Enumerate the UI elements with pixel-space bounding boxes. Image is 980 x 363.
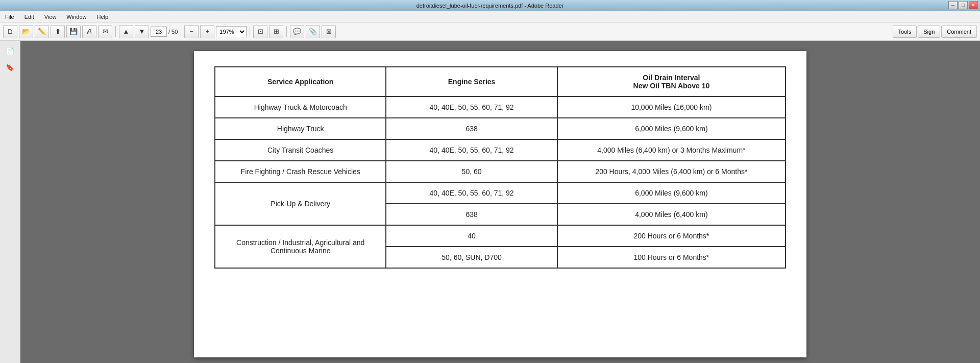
maximize-button[interactable]: □ — [959, 1, 968, 9]
new-button[interactable]: 🗋 — [3, 25, 17, 38]
page-input[interactable] — [151, 27, 167, 37]
menu-window[interactable]: Window — [63, 13, 89, 21]
service-cell: Highway Truck & Motorcoach — [215, 96, 386, 118]
next-page-button[interactable]: ▼ — [135, 25, 149, 38]
page-nav: / 50 — [151, 27, 178, 37]
oil-drain-cell: 4,000 Miles (6,400 km) — [557, 204, 786, 225]
open-button[interactable]: 📂 — [19, 25, 33, 38]
engine-cell: 40, 40E, 50, 55, 60, 71, 92 — [386, 96, 557, 118]
service-cell: Pick-Up & Delivery — [215, 182, 386, 225]
service-cell: Highway Truck — [215, 118, 386, 139]
toolbar: 🗋 📂 ✏️ ⬆ 💾 🖨 ✉ ▲ ▼ / 50 − + 197% ⊡ ⊞ 💬 📎… — [0, 22, 980, 41]
separator-4 — [286, 26, 287, 37]
oil-drain-cell: 6,000 Miles (9,600 km) — [557, 118, 786, 139]
oil-drain-cell: 4,000 Miles (6,400 km) or 3 Months Maxim… — [557, 139, 786, 161]
engine-cell: 638 — [386, 118, 557, 139]
table-row: Fire Fighting / Crash Rescue Vehicles 50… — [215, 161, 786, 182]
table-row: Highway Truck & Motorcoach 40, 40E, 50, … — [215, 96, 786, 118]
menu-view[interactable]: View — [41, 13, 60, 21]
pages-icon[interactable]: 📄 — [3, 44, 17, 58]
fit-page-button[interactable]: ⊡ — [253, 25, 267, 38]
service-cell: Fire Fighting / Crash Rescue Vehicles — [215, 161, 386, 182]
header-service: Service Application — [215, 67, 386, 96]
edit-button[interactable]: ✏️ — [35, 25, 49, 38]
header-oil-drain: Oil Drain Interval New Oil TBN Above 10 — [557, 67, 786, 96]
page-separator: / — [168, 29, 170, 35]
engine-cell: 40, 40E, 50, 55, 60, 71, 92 — [386, 182, 557, 204]
table-row: Pick-Up & Delivery 40, 40E, 50, 55, 60, … — [215, 182, 786, 204]
zoom-out-button[interactable]: − — [184, 25, 199, 38]
pdf-page: Service Application Engine Series Oil Dr… — [194, 51, 806, 357]
title-bar: detroitdiesel_lube-oil-fuel-requirements… — [0, 0, 980, 11]
print-button[interactable]: 🖨 — [82, 25, 96, 38]
zoom-in-button[interactable]: + — [200, 25, 214, 38]
engine-cell: 40, 40E, 50, 55, 60, 71, 92 — [386, 139, 557, 161]
close-button[interactable]: ✕ — [969, 1, 978, 9]
service-cell: City Transit Coaches — [215, 139, 386, 161]
fit-width-button[interactable]: ⊞ — [269, 25, 283, 38]
toolbar-right: Tools Sign Comment — [893, 26, 977, 38]
header-oil-line1: Oil Drain Interval — [643, 74, 700, 82]
oil-drain-cell: 100 Hours or 6 Months* — [557, 247, 786, 268]
tools-button[interactable]: Tools — [893, 26, 917, 38]
attach-button[interactable]: 📎 — [306, 25, 320, 38]
minimize-button[interactable]: ─ — [948, 1, 958, 9]
table-row: City Transit Coaches 40, 40E, 50, 55, 60… — [215, 139, 786, 161]
menu-file[interactable]: File — [2, 13, 17, 21]
menu-help[interactable]: Help — [93, 13, 111, 21]
snapshot-button[interactable]: ⊠ — [322, 25, 336, 38]
header-engine: Engine Series — [386, 67, 557, 96]
prev-page-button[interactable]: ▲ — [119, 25, 133, 38]
zoom-select[interactable]: 197% — [216, 26, 247, 37]
engine-cell: 638 — [386, 204, 557, 225]
service-cell: Construction / Industrial, Agricultural … — [215, 225, 386, 268]
table-row: Construction / Industrial, Agricultural … — [215, 225, 786, 247]
menu-bar: File Edit View Window Help — [0, 11, 980, 22]
engine-cell: 50, 60, SUN, D700 — [386, 247, 557, 268]
table-row: Highway Truck 638 6,000 Miles (9,600 km) — [215, 118, 786, 139]
save-button[interactable]: 💾 — [66, 25, 81, 38]
window-controls: ─ □ ✕ — [948, 1, 978, 9]
menu-edit[interactable]: Edit — [21, 13, 37, 21]
email-button[interactable]: ✉ — [98, 25, 112, 38]
bookmarks-icon[interactable]: 🔖 — [3, 60, 17, 75]
title-bar-text: detroitdiesel_lube-oil-fuel-requirements… — [416, 3, 564, 9]
comment-panel-button[interactable]: Comment — [941, 26, 977, 38]
oil-drain-cell: 6,000 Miles (9,600 km) — [557, 182, 786, 204]
separator-1 — [115, 26, 116, 37]
oil-drain-cell: 200 Hours or 6 Months* — [557, 225, 786, 247]
comment-button[interactable]: 💬 — [290, 25, 304, 38]
sign-button[interactable]: Sign — [918, 26, 940, 38]
oil-drain-table: Service Application Engine Series Oil Dr… — [214, 66, 786, 269]
document-area[interactable]: Service Application Engine Series Oil Dr… — [20, 41, 980, 363]
separator-3 — [250, 26, 250, 37]
engine-cell: 40 — [386, 225, 557, 247]
header-oil-line2: New Oil TBN Above 10 — [633, 82, 710, 90]
oil-drain-cell: 10,000 Miles (16,000 km) — [557, 96, 786, 118]
separator-2 — [181, 26, 181, 37]
main-area: 📄 🔖 Service Application Engine Series Oi… — [0, 41, 980, 363]
page-total: 50 — [172, 29, 178, 35]
oil-drain-cell: 200 Hours, 4,000 Miles (6,400 km) or 6 M… — [557, 161, 786, 182]
engine-cell: 50, 60 — [386, 161, 557, 182]
upload-button[interactable]: ⬆ — [51, 25, 65, 38]
side-panel: 📄 🔖 — [0, 41, 20, 363]
